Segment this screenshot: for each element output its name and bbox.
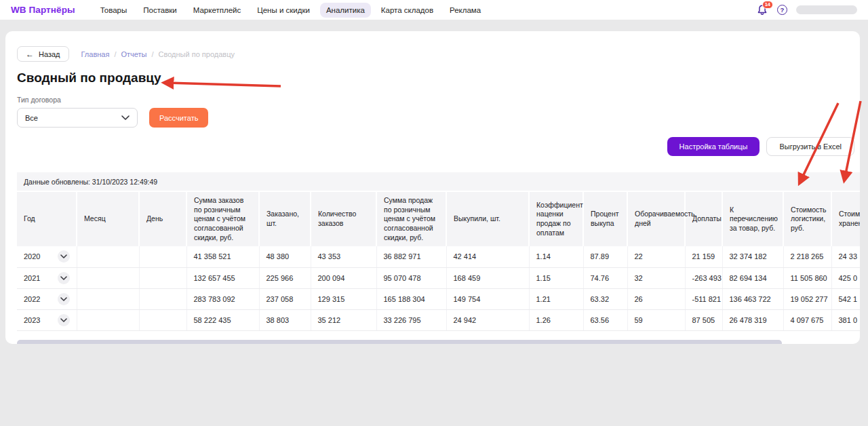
horizontal-scrollbar[interactable] xyxy=(17,340,860,344)
nav-item-link[interactable]: Товары xyxy=(94,3,134,18)
header-row: ГодМесяцДеньСумма заказов по розничным ц… xyxy=(17,192,860,246)
table-cell: 168 459 xyxy=(446,267,529,288)
table-cell: 87.89 xyxy=(583,246,627,267)
table-cell: 542 1 xyxy=(831,288,860,309)
expand-row-chevron-icon[interactable] xyxy=(58,250,70,263)
table-cell: 225 966 xyxy=(259,267,311,288)
year-value: 2022 xyxy=(24,295,40,303)
report-table-block: Данные обновлены: 31/10/2023 12:49:49 Го… xyxy=(17,172,860,331)
table-cell: 36 882 971 xyxy=(376,246,446,267)
nav-item-link[interactable]: Реклама xyxy=(443,3,487,18)
table-row: 2022283 783 092237 058129 315165 188 304… xyxy=(17,288,860,309)
column-header: Выкупили, шт. xyxy=(446,192,529,246)
breadcrumb-item[interactable]: Главная xyxy=(81,50,110,58)
table-cell: 425 0 xyxy=(831,267,860,288)
table-cell: 59 xyxy=(627,309,685,330)
table-cell: 283 783 092 xyxy=(186,288,259,309)
breadcrumb-item[interactable]: Отчеты xyxy=(121,50,146,58)
user-account-redacted[interactable] xyxy=(796,5,857,14)
column-header: Месяц xyxy=(77,192,139,246)
year-cell: 2021 xyxy=(17,267,77,288)
filter-controls: Все Рассчитать xyxy=(17,108,860,128)
table-cell: 74.76 xyxy=(583,267,627,288)
breadcrumb-separator: / xyxy=(114,50,116,58)
table-cell: 4 097 675 xyxy=(783,309,831,330)
table-cell: 1.15 xyxy=(529,267,583,288)
main-menu: ТоварыПоставкиМаркетплейсЦены и скидкиАн… xyxy=(94,3,488,18)
back-arrow-icon: ← xyxy=(26,50,34,58)
table-cell: 22 xyxy=(627,246,685,267)
table-cell: 2 218 265 xyxy=(783,246,831,267)
table-cell: 35 212 xyxy=(311,309,376,330)
scrollbar-thumb[interactable] xyxy=(17,340,782,344)
column-header: Количество заказов xyxy=(311,192,376,246)
back-button[interactable]: ← Назад xyxy=(17,46,69,62)
table-cell: 41 358 521 xyxy=(186,246,259,267)
data-updated-label: Данные обновлены: 31/10/2023 12:49:49 xyxy=(17,172,860,192)
table-row: 2021132 657 455225 966200 09495 070 4781… xyxy=(17,267,860,288)
year-value: 2023 xyxy=(24,316,40,324)
nav-item-link[interactable]: Маркетплейс xyxy=(187,3,247,18)
table-cell: 63.56 xyxy=(583,309,627,330)
nav-item-link[interactable]: Поставки xyxy=(137,3,183,18)
table-cell xyxy=(139,288,186,309)
column-header: Заказано, шт. xyxy=(259,192,311,246)
nav-item-active[interactable]: Аналитика xyxy=(320,3,371,18)
table-cell: 58 222 435 xyxy=(186,309,259,330)
calculate-button[interactable]: Рассчитать xyxy=(149,108,208,128)
table-cell xyxy=(139,246,186,267)
table-toolbar: Настройка таблицы Выгрузить в Excel xyxy=(5,137,854,156)
table-cell xyxy=(77,246,139,267)
column-header: День xyxy=(139,192,186,246)
year-cell: 2020 xyxy=(17,246,77,267)
table-cell: 237 058 xyxy=(259,288,311,309)
chevron-down-icon xyxy=(121,115,130,120)
nav-item-link[interactable]: Цены и скидки xyxy=(251,3,316,18)
table-cell: 136 463 722 xyxy=(722,288,783,309)
breadcrumb-item: Сводный по продавцу xyxy=(159,50,235,58)
column-header: Год xyxy=(17,192,77,246)
table-cell xyxy=(139,309,186,330)
notifications-button[interactable]: 14 xyxy=(756,4,768,16)
export-excel-button[interactable]: Выгрузить в Excel xyxy=(766,137,854,156)
year-value: 2021 xyxy=(24,274,40,282)
expand-row-chevron-icon[interactable] xyxy=(58,293,70,305)
table-cell xyxy=(139,267,186,288)
table-cell: 48 380 xyxy=(259,246,311,267)
table-cell: 200 094 xyxy=(311,267,376,288)
page-title: Сводный по продавцу xyxy=(17,71,161,85)
column-header: Процент выкупа xyxy=(583,192,627,246)
select-value: Все xyxy=(25,114,38,122)
table-cell: 26 478 319 xyxy=(722,309,783,330)
expand-row-chevron-icon[interactable] xyxy=(58,272,70,284)
expand-row-chevron-icon[interactable] xyxy=(58,314,70,326)
table-cell: 1.14 xyxy=(529,246,583,267)
column-header: Доплаты xyxy=(685,192,722,246)
year-cell: 2022 xyxy=(17,288,77,309)
table-cell: 38 803 xyxy=(259,309,311,330)
notification-badge: 14 xyxy=(762,1,773,9)
top-nav: WB Партнёры ТоварыПоставкиМаркетплейсЦен… xyxy=(0,0,868,20)
column-header: Оборачиваемость, дней xyxy=(627,192,685,246)
table-cell: 24 33 xyxy=(831,246,860,267)
table-cell xyxy=(77,267,139,288)
table-cell: 129 315 xyxy=(311,288,376,309)
table-cell: 1.26 xyxy=(529,309,583,330)
nav-item-link[interactable]: Карта складов xyxy=(375,3,439,18)
table-settings-button[interactable]: Настройка таблицы xyxy=(667,137,760,156)
column-header: Сумма продаж по розничным ценам с учётом… xyxy=(376,192,446,246)
table-cell xyxy=(77,288,139,309)
column-header: Коэффициент наценки продаж по оплатам xyxy=(529,192,583,246)
table-row: 202358 222 43538 80335 21233 226 79524 9… xyxy=(17,309,860,330)
contract-type-select[interactable]: Все xyxy=(17,108,138,128)
help-button[interactable]: ? xyxy=(777,5,787,15)
column-header: К перечислению за товар, руб. xyxy=(722,192,783,246)
breadcrumb-row: ← Назад Главная/Отчеты/Сводный по продав… xyxy=(17,46,860,62)
table-cell xyxy=(77,309,139,330)
table-cell: 24 942 xyxy=(446,309,529,330)
column-header: Стоимость хранения, руб. xyxy=(831,192,860,246)
column-header: Стоимость логистики, руб. xyxy=(783,192,831,246)
table-cell: 82 694 134 xyxy=(722,267,783,288)
content-card: ← Назад Главная/Отчеты/Сводный по продав… xyxy=(5,31,860,344)
app-logo[interactable]: WB Партнёры xyxy=(11,5,75,15)
